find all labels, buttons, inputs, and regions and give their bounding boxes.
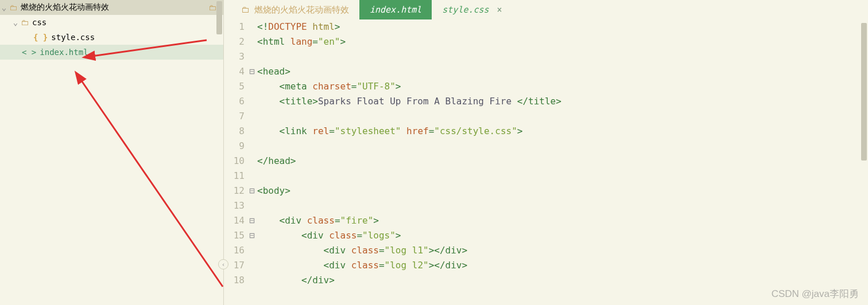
tree-file-index-html[interactable]: < > index.html bbox=[0, 45, 223, 60]
folder-icon: 🗀 bbox=[21, 18, 29, 27]
file-explorer: ⌄ 🗀 燃烧的火焰火花动画特效 🗀 ⌄ 🗀 css { } style.css … bbox=[0, 0, 224, 305]
html-file-icon: < > bbox=[22, 48, 36, 57]
tab-index-html[interactable]: index.html bbox=[359, 0, 432, 19]
tab-project-label: 燃烧的火焰火花动画特效 bbox=[254, 5, 349, 15]
watermark: CSDN @java李阳勇 bbox=[772, 287, 859, 300]
editor-area: ‹ 🗀 燃烧的火焰火花动画特效 index.html style.css × 1… bbox=[224, 0, 868, 305]
tab-style-css[interactable]: style.css × bbox=[432, 0, 512, 19]
annotation-arrow bbox=[69, 69, 230, 298]
tree-folder-css[interactable]: ⌄ 🗀 css bbox=[0, 15, 223, 30]
chevron-down-icon: ⌄ bbox=[0, 3, 8, 12]
code-editor[interactable]: 1 2 3 4 5 6 7 8 9 10 11 12 13 14 15 16 1… bbox=[224, 19, 868, 305]
css-folder-label: css bbox=[32, 18, 46, 27]
code-body[interactable]: <!DOCTYPE html> <html lang="en"> <head> … bbox=[257, 19, 868, 305]
svg-line-1 bbox=[80, 79, 223, 287]
tree-root[interactable]: ⌄ 🗀 燃烧的火焰火花动画特效 🗀 bbox=[0, 0, 223, 15]
project-root-label: 燃烧的火焰火花动画特效 bbox=[21, 2, 109, 13]
css-file-icon: { } bbox=[33, 33, 48, 42]
folder-icon: 🗀 bbox=[241, 5, 250, 15]
editor-scroll-thumb[interactable] bbox=[861, 23, 867, 161]
close-icon[interactable]: × bbox=[497, 5, 502, 15]
folder-icon: 🗀 bbox=[9, 3, 17, 12]
tab-active-label: index.html bbox=[370, 5, 421, 15]
tab-inactive-label: style.css bbox=[442, 5, 489, 15]
tab-project[interactable]: 🗀 燃烧的火焰火花动画特效 bbox=[231, 0, 359, 19]
index-html-label: index.html bbox=[40, 48, 88, 57]
fold-column[interactable]: ⊟ ⊟ ⊟ ⊟ bbox=[249, 19, 257, 305]
scroll-thumb[interactable] bbox=[216, 1, 222, 34]
tab-bar: 🗀 燃烧的火焰火花动画特效 index.html style.css × bbox=[224, 0, 868, 19]
tree-file-style-css[interactable]: { } style.css bbox=[0, 30, 223, 45]
collapse-handle[interactable]: ‹ bbox=[218, 259, 228, 269]
chevron-down-icon: ⌄ bbox=[11, 18, 20, 27]
style-css-label: style.css bbox=[51, 33, 95, 42]
